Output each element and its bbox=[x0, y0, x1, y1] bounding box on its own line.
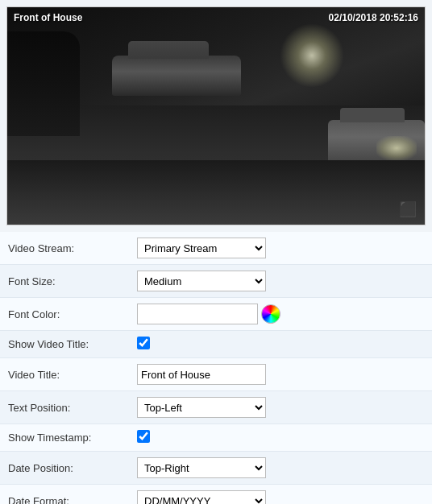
font-size-label: Font Size: bbox=[0, 265, 129, 298]
car2-headlight bbox=[376, 136, 417, 160]
car-1 bbox=[112, 56, 241, 96]
date-position-row: Date Position: Top-Left Top-Right Bottom… bbox=[0, 452, 432, 485]
camera-feed: Front of House 02/10/2018 20:52:16 ⬛ bbox=[7, 7, 425, 225]
show-video-title-label: Show Video Title: bbox=[0, 331, 129, 358]
camera-scene bbox=[7, 7, 425, 225]
date-position-select[interactable]: Top-Left Top-Right Bottom-Left Bottom-Ri… bbox=[137, 457, 266, 478]
light-glow bbox=[280, 23, 344, 88]
text-position-select[interactable]: Top-Left Top-Right Bottom-Left Bottom-Ri… bbox=[137, 397, 266, 418]
font-size-select[interactable]: Small Medium Large bbox=[137, 271, 266, 291]
video-stream-select[interactable]: Primary Stream Secondary Stream bbox=[137, 238, 266, 258]
show-video-title-row: Show Video Title: bbox=[0, 331, 432, 358]
date-format-select[interactable]: DD/MM/YYYY MM/DD/YYYY YYYY/MM/DD bbox=[137, 490, 266, 504]
font-color-label: Font Color: bbox=[0, 298, 129, 331]
font-color-input[interactable] bbox=[137, 304, 258, 324]
date-position-label: Date Position: bbox=[0, 452, 129, 485]
video-title-row: Video Title: bbox=[0, 358, 432, 391]
color-row bbox=[137, 304, 424, 324]
foliage-decoration bbox=[7, 31, 80, 136]
show-timestamp-label: Show Timestamp: bbox=[0, 424, 129, 452]
camera-overlay-title: Front of House bbox=[14, 12, 82, 23]
video-title-label: Video Title: bbox=[0, 358, 129, 391]
color-picker-button[interactable] bbox=[261, 304, 280, 324]
settings-table: Video Stream: Primary Stream Secondary S… bbox=[0, 232, 432, 504]
video-stream-label: Video Stream: bbox=[0, 232, 129, 265]
date-format-row: Date Format: DD/MM/YYYY MM/DD/YYYY YYYY/… bbox=[0, 485, 432, 505]
driveway bbox=[7, 160, 425, 225]
camera-container: Front of House 02/10/2018 20:52:16 ⬛ bbox=[6, 6, 426, 225]
camera-overlay-timestamp: 02/10/2018 20:52:16 bbox=[329, 12, 418, 23]
font-color-row: Font Color: bbox=[0, 298, 432, 331]
text-position-row: Text Position: Top-Left Top-Right Bottom… bbox=[0, 391, 432, 424]
font-size-row: Font Size: Small Medium Large bbox=[0, 265, 432, 298]
text-position-label: Text Position: bbox=[0, 391, 129, 424]
show-video-title-checkbox[interactable] bbox=[137, 337, 150, 349]
video-stream-row: Video Stream: Primary Stream Secondary S… bbox=[0, 232, 432, 265]
show-timestamp-row: Show Timestamp: bbox=[0, 424, 432, 452]
camera-icon: ⬛ bbox=[399, 200, 417, 218]
date-format-label: Date Format: bbox=[0, 485, 129, 505]
video-title-input[interactable] bbox=[137, 364, 266, 385]
show-timestamp-checkbox[interactable] bbox=[137, 430, 150, 443]
